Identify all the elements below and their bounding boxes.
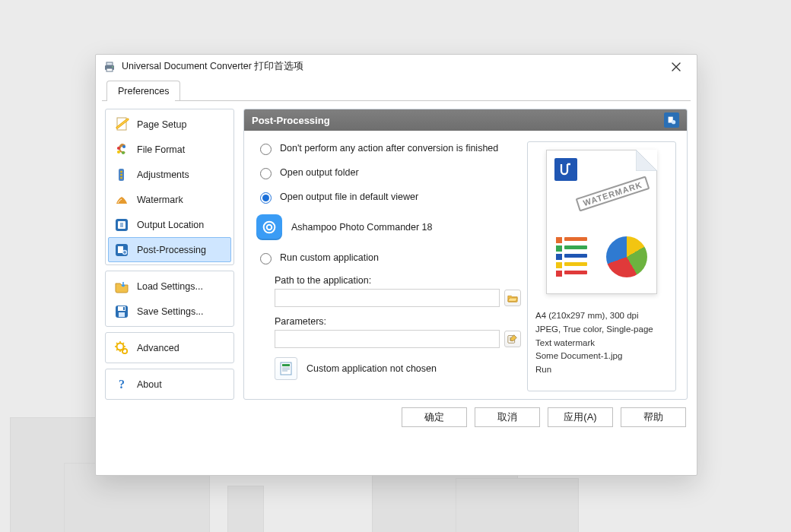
preview-meta-line: Text watermark — [535, 337, 653, 350]
udc-logo — [554, 158, 577, 181]
svg-point-8 — [117, 150, 120, 153]
sidebar-item-advanced[interactable]: Advanced — [108, 335, 231, 360]
browse-path-button[interactable] — [504, 290, 521, 306]
close-button[interactable] — [663, 55, 689, 78]
ok-button[interactable]: 确定 — [402, 407, 467, 427]
sidebar-item-label: Advanced — [137, 343, 179, 353]
sidebar-item-save-settings[interactable]: Save Settings... — [108, 299, 231, 324]
radio-open-folder-label: Open output folder — [280, 167, 359, 178]
post-processing-icon — [114, 242, 129, 258]
background-decoration — [456, 479, 578, 532]
panel-header-icon — [664, 112, 679, 128]
options-column: Don't perform any action after conversio… — [256, 141, 521, 391]
button-bar: 确定 取消 应用(A) 帮助 — [96, 407, 697, 438]
svg-text:?: ? — [119, 378, 125, 391]
preview-meta: A4 (210x297 mm), 300 dpi JPEG, True colo… — [535, 309, 653, 377]
sidebar-item-label: Save Settings... — [137, 306, 204, 317]
radio-open-folder[interactable]: Open output folder — [256, 166, 521, 179]
default-viewer-row: Ashampoo Photo Commander 18 — [256, 214, 521, 240]
help-button[interactable]: 帮助 — [621, 407, 686, 427]
svg-rect-20 — [119, 312, 125, 317]
custom-app-status-row: Custom application not chosen — [275, 357, 521, 380]
file-format-icon — [114, 142, 129, 157]
svg-rect-21 — [123, 307, 125, 310]
adjustments-icon — [114, 167, 129, 182]
sidebar-item-page-setup[interactable]: Page Setup — [108, 112, 231, 137]
default-viewer-name: Ashampoo Photo Commander 18 — [291, 222, 433, 233]
preview-bars-icon — [556, 237, 591, 277]
sidebar-item-output-location[interactable]: Output Location — [108, 212, 231, 237]
watermark-icon — [114, 192, 129, 207]
sidebar-item-label: Page Setup — [137, 119, 186, 130]
page-setup-icon — [114, 117, 129, 132]
svg-rect-2 — [106, 68, 113, 71]
watermark-stamp: WATERMARK — [576, 176, 650, 211]
preview-meta-line: Run — [535, 363, 653, 377]
radio-open-folder-input[interactable] — [260, 168, 272, 179]
path-label: Path to the application: — [275, 275, 521, 286]
app-placeholder-icon — [275, 357, 297, 380]
svg-point-28 — [267, 225, 272, 230]
load-settings-icon — [114, 279, 129, 294]
panel-title: Post-Processing — [252, 115, 330, 126]
main-panel: Post-Processing Don't perform any action… — [243, 109, 688, 400]
tab-underline — [102, 100, 691, 101]
tab-preferences[interactable]: Preferences — [106, 81, 180, 101]
radio-no-action-input[interactable] — [260, 144, 272, 155]
tabstrip: Preferences — [106, 79, 697, 100]
sidebar-item-file-format[interactable]: File Format — [108, 137, 231, 162]
sidebar-group-main: Page Setup File Format Adjustments Water… — [105, 109, 234, 265]
svg-rect-1 — [106, 62, 113, 65]
sidebar-item-label: File Format — [137, 144, 185, 155]
sidebar-item-load-settings[interactable]: Load Settings... — [108, 274, 231, 299]
preview-charts — [556, 230, 647, 284]
dog-ear-icon — [636, 150, 657, 171]
radio-open-viewer-label: Open output file in default viewer — [280, 192, 418, 202]
background-decoration — [228, 486, 263, 532]
svg-point-12 — [120, 176, 122, 179]
params-input[interactable] — [275, 330, 500, 348]
sidebar-item-label: Watermark — [137, 195, 183, 205]
svg-point-26 — [672, 120, 675, 124]
help-button-label: 帮助 — [643, 410, 663, 424]
preview-meta-line: JPEG, True color, Single-page — [535, 323, 653, 337]
radio-no-action-label: Don't perform any action after conversio… — [280, 143, 498, 154]
cancel-button-label: 取消 — [497, 410, 517, 424]
preview-pane: WATERMARK — [527, 141, 676, 391]
titlebar: Universal Document Converter 打印首选项 — [96, 55, 697, 79]
sidebar-item-label: Post-Processing — [137, 245, 206, 255]
sidebar-item-about[interactable]: ? About — [108, 372, 231, 397]
panel-header: Post-Processing — [244, 109, 687, 131]
radio-open-viewer-input[interactable] — [260, 192, 272, 204]
radio-run-custom-label: Run custom application — [280, 252, 379, 263]
svg-point-23 — [122, 348, 127, 353]
sidebar-item-post-processing[interactable]: Post-Processing — [108, 237, 231, 262]
svg-point-10 — [120, 170, 122, 173]
radio-no-action[interactable]: Don't perform any action after conversio… — [256, 141, 521, 155]
about-icon: ? — [114, 377, 129, 392]
radio-open-viewer[interactable]: Open output file in default viewer — [256, 190, 521, 204]
apply-button-label: 应用(A) — [564, 410, 596, 424]
edit-params-button[interactable] — [504, 331, 521, 347]
window-title: Universal Document Converter 打印首选项 — [122, 60, 303, 73]
cancel-button[interactable]: 取消 — [475, 407, 540, 427]
sidebar-item-adjustments[interactable]: Adjustments — [108, 162, 231, 187]
apply-button[interactable]: 应用(A) — [548, 407, 613, 427]
pencil-note-icon — [507, 334, 518, 344]
preview-meta-line: Some Document-1.jpg — [535, 350, 653, 363]
svg-point-27 — [264, 222, 275, 233]
advanced-icon — [114, 340, 129, 356]
sidebar: Page Setup File Format Adjustments Water… — [105, 109, 234, 400]
svg-point-3 — [112, 66, 113, 68]
save-settings-icon — [114, 304, 129, 319]
radio-run-custom[interactable]: Run custom application — [256, 251, 521, 264]
path-input[interactable] — [275, 289, 500, 307]
preview-page: WATERMARK — [546, 150, 657, 294]
output-location-icon — [114, 217, 129, 233]
sidebar-group-settings: Load Settings... Save Settings... — [105, 271, 234, 327]
svg-point-7 — [122, 150, 125, 154]
radio-run-custom-input[interactable] — [260, 253, 272, 264]
sidebar-item-watermark[interactable]: Watermark — [108, 187, 231, 212]
custom-app-status: Custom application not chosen — [307, 363, 437, 374]
printer-icon — [103, 61, 116, 73]
